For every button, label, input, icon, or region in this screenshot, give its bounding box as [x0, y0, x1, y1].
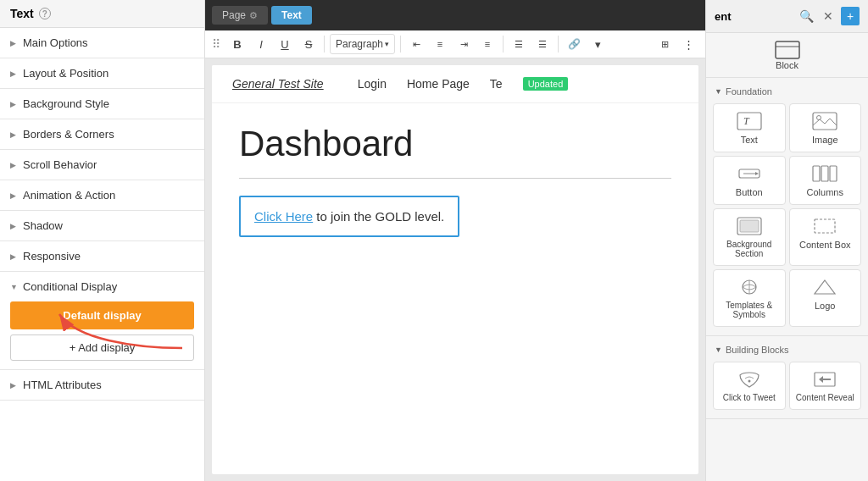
collapse-arrow: ▼: [715, 87, 722, 96]
section-label: Layout & Position: [23, 67, 108, 80]
svg-marker-18: [815, 280, 835, 294]
section-label: HTML Attributes: [23, 379, 102, 391]
default-display-button[interactable]: Default display: [10, 301, 194, 329]
right-panel: ent 🔍 ✕ + Block ▼ Foundation T: [705, 0, 868, 481]
sidebar-item-borders-corners[interactable]: Borders & Corners: [0, 119, 204, 150]
page-tab[interactable]: Page ⚙: [212, 6, 268, 25]
search-button[interactable]: 🔍: [797, 7, 815, 25]
text-element-icon: T: [736, 111, 763, 131]
foundation-grid: T Text Image: [706, 100, 868, 330]
sidebar-item-layout-position[interactable]: Layout & Position: [0, 58, 204, 89]
more-options-button[interactable]: ▾: [587, 34, 608, 54]
align-center-button[interactable]: ≡: [430, 34, 450, 54]
bold-button[interactable]: B: [227, 34, 248, 54]
columns-element-label: Columns: [807, 187, 843, 197]
panel-title: Text: [10, 7, 34, 20]
block-element-card[interactable]: Block: [706, 33, 868, 78]
section-label: Scroll Behavior: [23, 158, 97, 171]
element-text[interactable]: T Text: [713, 103, 786, 152]
section-arrow-expanded: [10, 282, 18, 291]
foundation-section: ▼ Foundation T Text: [706, 78, 868, 336]
paragraph-dropdown[interactable]: Paragraph ▾: [330, 34, 395, 54]
element-button[interactable]: Button: [713, 156, 786, 205]
separator-4: [558, 36, 559, 53]
site-header: General Test Site Login Home Page Te Upd…: [212, 65, 698, 103]
click-to-tweet-icon: [736, 369, 763, 390]
extra-button[interactable]: ⋮: [678, 34, 698, 54]
building-blocks-label[interactable]: ▼ Building Blocks: [706, 341, 868, 358]
align-right-button[interactable]: ⇥: [453, 34, 474, 54]
justify-button[interactable]: ≡: [477, 34, 498, 54]
cta-text: Click Here to join the GOLD level.: [254, 209, 444, 224]
element-logo[interactable]: Logo: [789, 269, 862, 327]
list-unordered-button[interactable]: ☰: [509, 34, 529, 54]
left-panel-header: Text ?: [0, 0, 204, 28]
cta-box: Click Here to join the GOLD level.: [239, 196, 459, 237]
sidebar-item-html-attributes[interactable]: HTML Attributes: [0, 370, 204, 401]
element-click-to-tweet[interactable]: Click to Tweet: [713, 362, 786, 410]
sidebar-item-responsive[interactable]: Responsive: [0, 241, 204, 272]
right-panel-icons: 🔍 ✕ +: [797, 7, 860, 25]
table-button[interactable]: ⊞: [654, 34, 675, 54]
drag-handle[interactable]: ⠿: [212, 37, 220, 51]
element-content-reveal[interactable]: Content Reveal: [789, 362, 862, 410]
center-area: Page ⚙ Text ⠿ B I U S Paragraph ▾ ⇤ ≡ ⇥ …: [205, 0, 705, 481]
block-label: Block: [776, 60, 798, 70]
sidebar-item-shadow[interactable]: Shadow: [0, 211, 204, 241]
separator-3: [503, 36, 504, 53]
templates-symbols-element-icon: [736, 277, 763, 297]
list-ordered-button[interactable]: ☰: [532, 34, 553, 54]
image-element-label: Image: [812, 135, 838, 145]
svg-rect-10: [813, 166, 820, 181]
svg-point-19: [748, 380, 750, 383]
svg-marker-9: [755, 172, 759, 175]
templates-symbols-label: Templates & Symbols: [717, 301, 782, 319]
sidebar-item-scroll-behavior[interactable]: Scroll Behavior: [0, 150, 204, 180]
page-tab-label: Page: [222, 9, 246, 21]
link-button[interactable]: 🔗: [564, 34, 584, 54]
content-reveal-label: Content Reveal: [796, 393, 854, 402]
image-element-icon: [811, 111, 838, 131]
page-title[interactable]: Dashboard: [239, 124, 671, 164]
italic-button[interactable]: I: [251, 34, 271, 54]
cta-link[interactable]: Click Here: [254, 209, 313, 224]
text-tab[interactable]: Text: [271, 6, 312, 25]
logo-element-label: Logo: [815, 301, 835, 311]
section-label: Borders & Corners: [23, 128, 114, 141]
chevron-down-icon: ▾: [385, 40, 389, 48]
button-element-label: Button: [736, 187, 763, 197]
sidebar-item-main-options[interactable]: Main Options: [0, 28, 204, 58]
svg-text:T: T: [743, 115, 750, 127]
section-label: Animation & Action: [23, 189, 115, 202]
content-box-element-icon: [811, 216, 838, 236]
add-element-button[interactable]: +: [841, 7, 860, 25]
click-to-tweet-label: Click to Tweet: [723, 393, 776, 402]
svg-point-6: [817, 116, 821, 120]
nav-login[interactable]: Login: [358, 77, 387, 91]
element-background-section[interactable]: Background Section: [713, 208, 786, 266]
element-columns[interactable]: Columns: [789, 156, 862, 205]
right-panel-title: ent: [715, 10, 732, 23]
element-image[interactable]: Image: [789, 103, 862, 152]
sidebar-item-animation-action[interactable]: Animation & Action: [0, 180, 204, 211]
element-templates-symbols[interactable]: Templates & Symbols: [713, 269, 786, 327]
add-display-button[interactable]: + Add display: [10, 334, 194, 361]
nav-home-page[interactable]: Home Page: [407, 77, 470, 91]
align-left-button[interactable]: ⇤: [406, 34, 426, 54]
nav-te[interactable]: Te: [490, 77, 503, 91]
sidebar-item-background-style[interactable]: Background Style: [0, 89, 204, 119]
close-button[interactable]: ✕: [819, 7, 837, 25]
help-icon[interactable]: ?: [39, 8, 51, 19]
separator-2: [400, 36, 401, 53]
foundation-label[interactable]: ▼ Foundation: [706, 83, 868, 100]
element-content-box[interactable]: Content Box: [789, 208, 862, 266]
svg-rect-12: [830, 166, 837, 181]
conditional-display-header[interactable]: Conditional Display: [10, 280, 194, 293]
section-arrow: [10, 221, 16, 230]
updated-badge: Updated: [523, 77, 569, 91]
columns-element-icon: [811, 163, 838, 184]
svg-rect-5: [813, 113, 837, 130]
underline-button[interactable]: U: [275, 34, 295, 54]
strikethrough-button[interactable]: S: [298, 34, 319, 54]
building-blocks-title: Building Blocks: [726, 345, 789, 355]
